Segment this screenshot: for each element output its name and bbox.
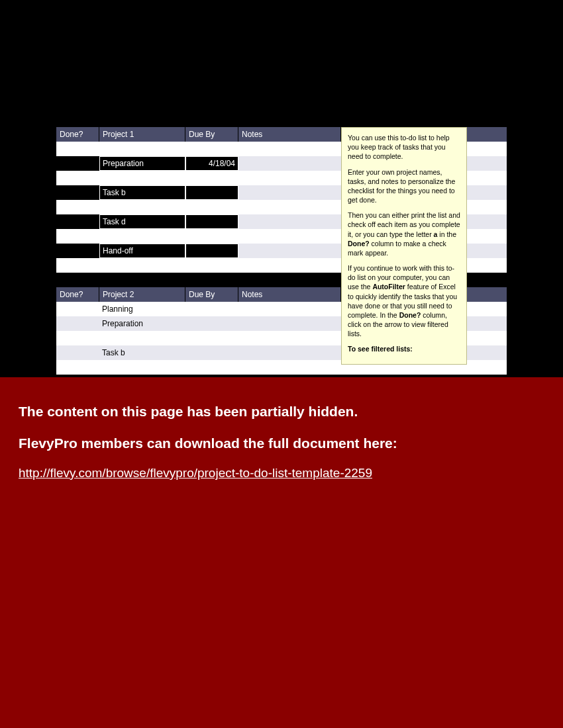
col-done: Done? <box>56 127 99 142</box>
task-cell[interactable]: Hand-off <box>99 244 185 258</box>
paywall-overlay: The content on this page has been partia… <box>0 377 563 728</box>
note-p3: Then you can either print the list and c… <box>348 210 460 257</box>
col-notes: Notes <box>238 127 341 142</box>
due-cell[interactable]: 4/18/04 <box>185 156 238 171</box>
due-cell[interactable] <box>185 185 238 200</box>
note-p5: To see filtered lists: <box>348 344 460 353</box>
col-done: Done? <box>56 287 99 302</box>
task-cell[interactable]: Task d <box>99 214 185 229</box>
task-cell[interactable]: Preparation <box>99 156 185 171</box>
col-notes: Notes <box>238 287 341 302</box>
note-p1: You can use this to-do list to help you … <box>348 133 460 161</box>
due-cell[interactable] <box>185 214 238 229</box>
task-cell[interactable]: Task b <box>99 185 185 200</box>
overlay-link[interactable]: http://flevy.com/browse/flevypro/project… <box>19 466 372 480</box>
col-due: Due By <box>185 287 238 302</box>
due-cell[interactable] <box>185 244 238 258</box>
col-due: Due By <box>185 127 238 142</box>
task-cell[interactable]: Task b <box>99 345 185 360</box>
overlay-line2: FlevyPro members can download the full d… <box>19 435 544 451</box>
note-p4: If you continue to work with this to-do … <box>348 263 460 338</box>
right-stripe-column <box>467 127 507 375</box>
note-p2: Enter your own project names, tasks, and… <box>348 167 460 205</box>
col-task: Project 1 <box>99 127 185 142</box>
task-cell[interactable]: Preparation <box>99 316 185 331</box>
task-cell[interactable]: Planning <box>99 302 185 316</box>
col-task: Project 2 <box>99 287 185 302</box>
instructions-note: You can use this to-do list to help you … <box>341 127 467 365</box>
overlay-line1: The content on this page has been partia… <box>19 404 544 420</box>
